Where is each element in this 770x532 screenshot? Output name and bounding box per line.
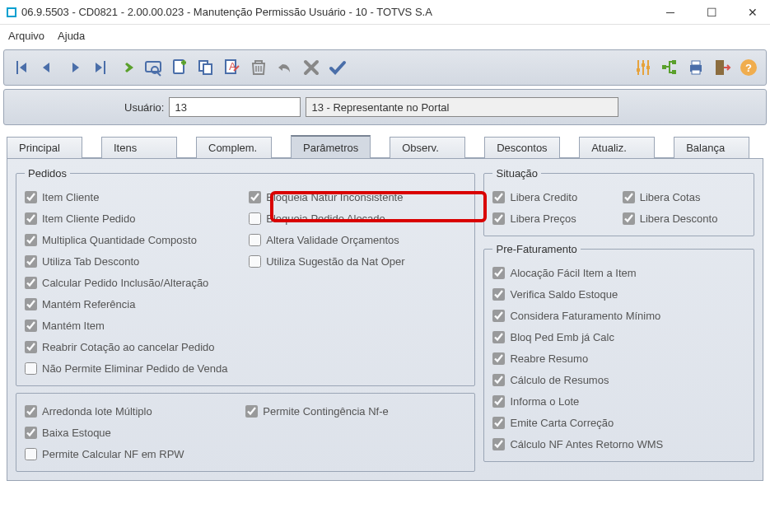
- cancel-button[interactable]: [299, 55, 324, 80]
- prefat-8[interactable]: Cálculo NF Antes Retorno WMS: [492, 433, 745, 455]
- pedidos-c2-2[interactable]: Altera Validade Orçamentos: [249, 229, 466, 250]
- prefat-0[interactable]: Alocação Fácil Item a Item: [492, 262, 745, 283]
- pedidos-c1-1[interactable]: Item Cliente Pedido: [25, 208, 242, 229]
- pedidos-c1-4[interactable]: Calcular Pedido Inclusão/Alteração: [25, 272, 242, 293]
- group-prefat-legend: Pre-Faturamento: [492, 243, 580, 255]
- pedidos-c1-6-checkbox[interactable]: [25, 320, 37, 332]
- next-record-button[interactable]: [62, 55, 86, 80]
- prefat-2-checkbox[interactable]: [492, 310, 505, 322]
- situacao-1-checkbox[interactable]: [623, 191, 635, 203]
- pedidos-bottom-c1-2-checkbox[interactable]: [25, 448, 37, 460]
- menu-arquivo[interactable]: Arquivo: [8, 30, 44, 42]
- first-record-button[interactable]: [9, 55, 34, 80]
- pedidos-c1-7[interactable]: Reabrir Cotação ao cancelar Pedido: [25, 336, 242, 357]
- tab-itens[interactable]: Itens: [101, 137, 177, 158]
- help-button[interactable]: ?: [736, 55, 761, 80]
- prev-record-button[interactable]: [35, 55, 60, 80]
- last-record-button[interactable]: [88, 55, 113, 80]
- pedidos-c1-3[interactable]: Utiliza Tab Desconto: [25, 250, 242, 272]
- copy-button[interactable]: [194, 55, 218, 80]
- prefat-5-checkbox[interactable]: [492, 374, 505, 386]
- prefat-6-checkbox[interactable]: [492, 395, 505, 408]
- tab-atualiz[interactable]: Atualiz.: [579, 137, 655, 158]
- prefat-4-checkbox[interactable]: [492, 352, 505, 365]
- svg-line-2: [157, 72, 161, 76]
- pedidos-c2-3[interactable]: Utiliza Sugestão da Nat Oper: [249, 250, 466, 272]
- delete-button[interactable]: [246, 55, 271, 80]
- pedidos-c1-0-checkbox[interactable]: [25, 191, 37, 203]
- tools-button[interactable]: [631, 55, 656, 80]
- pedidos-c1-1-checkbox[interactable]: [25, 212, 37, 225]
- pedidos-c2-0-checkbox[interactable]: [249, 191, 261, 203]
- prefat-1[interactable]: Verifica Saldo Estoque: [492, 283, 745, 305]
- menu-ajuda[interactable]: Ajuda: [58, 30, 85, 42]
- pedidos-c1-6[interactable]: Mantém Item: [25, 315, 242, 336]
- pedidos-c2-1-checkbox[interactable]: [249, 212, 261, 225]
- tab-balanca[interactable]: Balança: [674, 137, 749, 158]
- prefat-0-label: Alocação Fácil Item a Item: [510, 267, 636, 279]
- situacao-0-checkbox[interactable]: [492, 191, 505, 203]
- pedidos-c2-1[interactable]: Bloqueia Pedido Alocado: [249, 208, 466, 229]
- exit-button[interactable]: [710, 55, 735, 80]
- prefat-0-checkbox[interactable]: [492, 267, 505, 279]
- pedidos-c1-8-checkbox[interactable]: [25, 362, 37, 375]
- print-button[interactable]: [684, 55, 708, 80]
- tab-principal[interactable]: Principal: [7, 137, 82, 158]
- pedidos-c1-3-checkbox[interactable]: [25, 255, 37, 268]
- pedidos-c1-5-checkbox[interactable]: [25, 298, 37, 310]
- situacao-2-checkbox[interactable]: [492, 212, 505, 225]
- pedidos-bottom-c1-0[interactable]: Arredonda lote Múltiplo: [25, 400, 245, 422]
- pedidos-c1-0[interactable]: Item Cliente: [25, 186, 242, 208]
- tab-descontos[interactable]: Descontos: [484, 137, 560, 158]
- prefat-3-checkbox[interactable]: [492, 331, 505, 343]
- prefat-4[interactable]: Reabre Resumo: [492, 348, 745, 369]
- situacao-3[interactable]: Libera Desconto: [623, 208, 745, 229]
- minimize-button[interactable]: ─: [660, 4, 681, 21]
- pedidos-c2-0[interactable]: Bloqueia Natur Inconsistente: [249, 186, 466, 208]
- prefat-3[interactable]: Bloq Ped Emb já Calc: [492, 326, 745, 348]
- prefat-1-checkbox[interactable]: [492, 288, 505, 301]
- pedidos-c2-0-label: Bloqueia Natur Inconsistente: [266, 191, 403, 203]
- situacao-0[interactable]: Libera Credito: [492, 186, 615, 208]
- pedidos-bottom-c2-0-checkbox[interactable]: [245, 405, 258, 418]
- close-button[interactable]: ✕: [742, 4, 763, 21]
- prefat-7-checkbox[interactable]: [492, 417, 505, 429]
- maximize-button[interactable]: ☐: [701, 4, 722, 21]
- prefat-6[interactable]: Informa o Lote: [492, 390, 745, 412]
- tab-complem[interactable]: Complem.: [196, 137, 272, 158]
- undo-button[interactable]: [273, 55, 297, 80]
- pedidos-c1-5[interactable]: Mantém Referência: [25, 293, 242, 315]
- situacao-2[interactable]: Libera Preços: [492, 208, 615, 229]
- tab-parametros[interactable]: Parâmetros: [291, 135, 371, 158]
- new-button[interactable]: [167, 55, 192, 80]
- window-title: 06.9.5503 - CD0821 - 2.00.00.023 - Manut…: [21, 6, 660, 18]
- prefat-8-checkbox[interactable]: [492, 438, 505, 450]
- pedidos-bottom-c1-1[interactable]: Baixa Estoque: [25, 422, 245, 443]
- pedidos-c1-8[interactable]: Não Permite Eliminar Pedido de Venda: [25, 357, 242, 379]
- pedidos-bottom-c1-0-checkbox[interactable]: [25, 405, 37, 418]
- situacao-0-label: Libera Credito: [510, 191, 577, 203]
- prefat-5[interactable]: Cálculo de Resumos: [492, 369, 745, 390]
- search-button[interactable]: [141, 55, 166, 80]
- last-record-icon: [91, 58, 110, 77]
- edit-button[interactable]: A: [220, 55, 245, 80]
- svg-rect-11: [662, 65, 666, 69]
- pedidos-bottom-c1-1-checkbox[interactable]: [25, 427, 37, 439]
- goto-button[interactable]: [114, 55, 139, 80]
- tab-observ[interactable]: Observ.: [390, 137, 465, 158]
- pedidos-bottom-c1-2[interactable]: Permite Calcular NF em RPW: [25, 443, 245, 464]
- prefat-7[interactable]: Emite Carta Correção: [492, 412, 745, 433]
- hierarchy-button[interactable]: [657, 55, 682, 80]
- prefat-2[interactable]: Considera Faturamento Mínimo: [492, 305, 745, 326]
- situacao-3-checkbox[interactable]: [623, 212, 635, 225]
- pedidos-c1-2[interactable]: Multiplica Quantidade Composto: [25, 229, 242, 250]
- pedidos-c1-7-checkbox[interactable]: [25, 341, 37, 353]
- confirm-button[interactable]: [325, 55, 350, 80]
- usuario-code-input[interactable]: [169, 97, 301, 117]
- pedidos-c1-4-checkbox[interactable]: [25, 277, 37, 289]
- situacao-1[interactable]: Libera Cotas: [623, 186, 745, 208]
- pedidos-c2-2-checkbox[interactable]: [249, 234, 261, 246]
- pedidos-c2-3-checkbox[interactable]: [249, 255, 261, 268]
- pedidos-bottom-c2-0[interactable]: Permite Contingência Nf-e: [245, 400, 466, 422]
- pedidos-c1-2-checkbox[interactable]: [25, 234, 37, 246]
